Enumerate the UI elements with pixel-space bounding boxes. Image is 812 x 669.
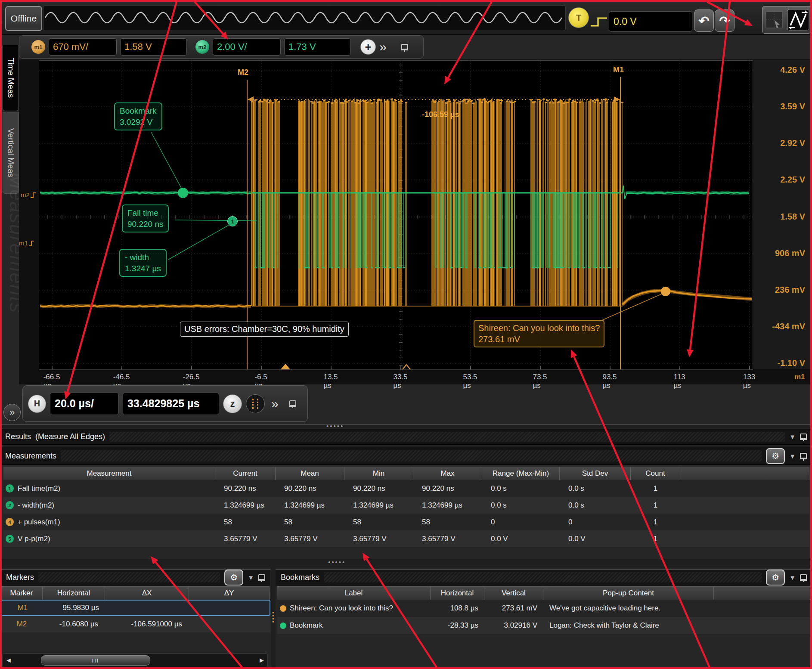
m2-scale-field[interactable]: 2.00 V/ bbox=[213, 38, 281, 56]
cell: 0 bbox=[482, 514, 560, 530]
collapse-arrow-icon[interactable]: ▼ bbox=[789, 452, 796, 460]
m1-marker-label[interactable]: M1 bbox=[613, 65, 624, 74]
column-header[interactable]: Current bbox=[215, 467, 276, 480]
m1-scale-field[interactable]: 670 mV/ bbox=[49, 38, 117, 56]
gear-icon[interactable]: ⚙ bbox=[766, 570, 785, 585]
column-header[interactable]: ΔY bbox=[189, 586, 270, 600]
tracking-button[interactable] bbox=[246, 394, 265, 413]
column-header[interactable] bbox=[714, 586, 810, 600]
waveform-arrows-icon[interactable] bbox=[787, 9, 809, 31]
redo-button[interactable]: ↷ bbox=[715, 9, 735, 32]
gear-icon[interactable]: ⚙ bbox=[766, 448, 785, 464]
more-chevrons-icon[interactable]: » bbox=[379, 40, 387, 53]
measurements-title: Measurements bbox=[5, 452, 56, 461]
cell: 58 bbox=[344, 514, 413, 530]
column-header[interactable]: Min bbox=[344, 467, 413, 480]
scroll-right-icon[interactable]: ► bbox=[256, 657, 267, 664]
measurement-1-marker[interactable]: 1 bbox=[227, 216, 238, 226]
horizontal-badge[interactable]: H bbox=[28, 395, 46, 413]
trigger-badge[interactable]: T bbox=[568, 7, 589, 28]
m2-marker-label[interactable]: M2 bbox=[238, 68, 248, 77]
gear-icon[interactable]: ⚙ bbox=[224, 570, 243, 585]
bookmark-row[interactable]: Bookmark-28.33 µs3.02916 VLogan: Check w… bbox=[277, 617, 810, 634]
shireen-bookmark-box[interactable]: Shireen: Can you look into this? 273.61 … bbox=[474, 320, 604, 347]
pin-icon[interactable] bbox=[401, 44, 408, 50]
add-waveform-button[interactable]: + bbox=[360, 39, 376, 55]
offline-button[interactable]: Offline bbox=[5, 6, 42, 31]
m1-channel-badge[interactable]: m1 bbox=[31, 40, 45, 54]
zoom-button[interactable]: z bbox=[223, 394, 242, 413]
scrollbar-thumb[interactable]: III bbox=[41, 655, 150, 666]
m2-channel-badge[interactable]: m2 bbox=[195, 40, 209, 54]
measurement-row[interactable]: 4+ pulses(m1)58585858001 bbox=[3, 514, 809, 530]
m1-offset-field[interactable]: 1.58 V bbox=[120, 38, 187, 56]
column-header[interactable]: ΔX bbox=[105, 586, 189, 600]
measurement-badge: 2 bbox=[6, 501, 14, 509]
measurements-header-bar: Measurements ⚙ ▼ bbox=[0, 447, 812, 465]
falltime-callout-box[interactable]: Fall time 90.220 ns bbox=[122, 204, 169, 232]
cell: 1 bbox=[631, 497, 680, 514]
column-header[interactable]: Std Dev bbox=[560, 467, 631, 480]
cell: 4+ pulses(m1) bbox=[3, 514, 215, 530]
usb-errors-note[interactable]: USB errors: Chamber=30C, 90% humidity bbox=[180, 322, 349, 337]
measurements-table-header: MeasurementCurrentMeanMinMaxRange (Max-M… bbox=[3, 467, 809, 480]
timebase-scale-field[interactable]: 20.0 µs/ bbox=[50, 393, 119, 415]
m2-reference-indicator[interactable]: m2 bbox=[21, 191, 36, 198]
column-header[interactable] bbox=[680, 467, 809, 480]
cell: M1 bbox=[2, 601, 43, 615]
m2-offset-field[interactable]: 1.73 V bbox=[284, 38, 351, 56]
column-header[interactable]: Mean bbox=[276, 467, 344, 480]
column-header[interactable]: Pop-up Content bbox=[543, 586, 714, 600]
horizontal-splitter[interactable] bbox=[0, 424, 812, 428]
cell: 3.65779 V bbox=[215, 530, 276, 547]
column-header[interactable]: Vertical bbox=[484, 586, 543, 600]
column-header[interactable]: Horizontal bbox=[43, 586, 105, 600]
pin-icon[interactable] bbox=[258, 574, 265, 581]
column-header[interactable]: Label bbox=[277, 586, 431, 600]
column-header[interactable]: Range (Max-Min) bbox=[482, 467, 560, 480]
column-header[interactable]: Horizontal bbox=[431, 586, 484, 600]
pin-icon[interactable] bbox=[800, 574, 807, 581]
pin-icon[interactable] bbox=[289, 400, 296, 407]
timebase-position-field[interactable]: 33.4829825 µs bbox=[123, 393, 219, 415]
undo-button[interactable]: ↶ bbox=[694, 9, 714, 32]
pin-icon[interactable] bbox=[800, 453, 807, 459]
scroll-left-icon[interactable]: ◄ bbox=[3, 657, 14, 664]
bookmark-callout-box[interactable]: Bookmark 3.0292 V bbox=[114, 102, 162, 130]
column-header[interactable]: Max bbox=[413, 467, 482, 480]
tab-time-meas[interactable]: Time Meas bbox=[3, 45, 19, 111]
pin-icon[interactable] bbox=[800, 434, 807, 440]
cell: 3.02916 V bbox=[484, 617, 543, 634]
measurement-row[interactable]: 5V p-p(m2)3.65779 V3.65779 V3.65779 V3.6… bbox=[3, 530, 809, 547]
splitter-handle-dots[interactable]: •••• bbox=[272, 611, 274, 623]
horizontal-splitter[interactable] bbox=[0, 559, 812, 568]
bookmark-callout-title: Bookmark bbox=[120, 105, 157, 117]
trigger-level-field[interactable]: 0.0 V bbox=[609, 11, 692, 32]
marker-row[interactable]: M195.9830 µs bbox=[1, 600, 270, 616]
column-header[interactable]: Marker bbox=[1, 586, 43, 600]
collapse-arrow-icon[interactable]: ▼ bbox=[789, 574, 796, 581]
column-header[interactable]: Count bbox=[631, 467, 680, 480]
cell: Logan: Check with Taylor & Claire bbox=[543, 617, 714, 634]
cell: 5V p-p(m2) bbox=[3, 530, 215, 547]
cell: Shireen: Can you look into this? bbox=[277, 600, 431, 617]
width-callout-box[interactable]: - width 1.3247 µs bbox=[119, 249, 167, 277]
measurement-row[interactable]: 1Fall time(m2)90.220 ns90.220 ns90.220 n… bbox=[3, 480, 809, 497]
collapse-arrow-icon[interactable]: ▼ bbox=[248, 574, 254, 581]
measurement-row[interactable]: 2- width(m2)1.324699 µs1.324699 µs1.3246… bbox=[3, 497, 809, 514]
collapse-arrow-icon[interactable]: ▼ bbox=[789, 433, 796, 440]
hatch-texture bbox=[324, 572, 762, 582]
markers-scrollbar[interactable]: ◄ III ► bbox=[3, 654, 268, 667]
signal-preview-strip[interactable] bbox=[43, 5, 566, 31]
time-tick-label: 133 µs bbox=[743, 373, 755, 390]
marker-row[interactable]: M2-10.6080 µs-106.591000 µs bbox=[1, 616, 270, 632]
cell bbox=[680, 497, 809, 514]
time-tick-label: 53.5 µs bbox=[463, 373, 477, 390]
m1-reference-indicator[interactable]: m1 bbox=[19, 239, 34, 247]
bookmark-row[interactable]: Shireen: Can you look into this?108.8 µs… bbox=[277, 600, 810, 617]
scope-cursor-icon[interactable] bbox=[764, 10, 784, 30]
splitter-handle-dots[interactable]: ••••• bbox=[328, 558, 346, 566]
expand-button[interactable]: » bbox=[3, 404, 21, 421]
column-header[interactable]: Measurement bbox=[3, 467, 215, 480]
more-chevrons-icon[interactable]: » bbox=[271, 397, 279, 410]
